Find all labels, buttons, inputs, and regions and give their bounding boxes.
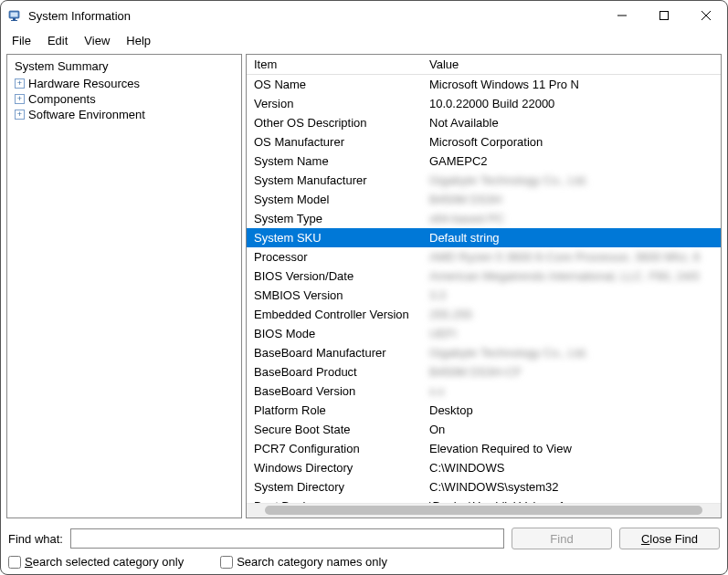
table-row[interactable]: System DirectoryC:\WINDOWS\system32 bbox=[247, 477, 721, 497]
table-row[interactable]: OS NameMicrosoft Windows 11 Pro N bbox=[247, 75, 721, 94]
table-row[interactable]: BaseBoard ProductB450M DS3H-CF bbox=[247, 362, 721, 382]
table-row[interactable]: SMBIOS Version3.3 bbox=[247, 286, 721, 305]
menu-help[interactable]: Help bbox=[119, 32, 158, 49]
table-row[interactable]: BaseBoard Versionx.x bbox=[247, 382, 721, 401]
row-item: BIOS Version/Date bbox=[247, 267, 422, 286]
column-header-item[interactable]: Item bbox=[247, 55, 422, 74]
detail-panel: Item Value OS NameMicrosoft Windows 11 P… bbox=[246, 54, 722, 518]
row-value: Microsoft Windows 11 Pro N bbox=[422, 75, 721, 94]
row-item: System Directory bbox=[247, 477, 422, 497]
table-row[interactable]: OS ManufacturerMicrosoft Corporation bbox=[247, 132, 721, 152]
search-selected-category-checkbox[interactable]: Search selected category only bbox=[8, 555, 184, 569]
row-value: American Megatrends International, LLC. … bbox=[422, 267, 721, 286]
menu-file[interactable]: File bbox=[5, 32, 38, 49]
table-row[interactable]: Version10.0.22000 Build 22000 bbox=[247, 94, 721, 113]
row-item: Version bbox=[247, 94, 422, 113]
row-value: x.x bbox=[422, 382, 721, 401]
table-row[interactable]: PCR7 ConfigurationElevation Required to … bbox=[247, 439, 721, 458]
row-item: PCR7 Configuration bbox=[247, 439, 422, 458]
table-row[interactable]: Platform RoleDesktop bbox=[247, 401, 721, 420]
tree-node[interactable]: +Components bbox=[15, 91, 236, 107]
content-area: System Summary +Hardware Resources+Compo… bbox=[1, 50, 727, 522]
table-row[interactable]: BaseBoard ManufacturerGigabyte Technolog… bbox=[247, 343, 721, 362]
close-button[interactable] bbox=[685, 1, 727, 30]
row-item: SMBIOS Version bbox=[247, 286, 422, 305]
maximize-button[interactable] bbox=[643, 1, 685, 30]
row-item: Windows Directory bbox=[247, 458, 422, 477]
category-tree[interactable]: System Summary +Hardware Resources+Compo… bbox=[7, 55, 241, 126]
find-bar: Find what: Find Close Find Search select… bbox=[1, 522, 727, 574]
menu-edit[interactable]: Edit bbox=[40, 32, 75, 49]
row-item: System Model bbox=[247, 190, 422, 209]
row-item: OS Name bbox=[247, 75, 422, 94]
table-row[interactable]: BIOS ModeUEFI bbox=[247, 324, 721, 343]
menubar: File Edit View Help bbox=[1, 30, 727, 50]
detail-header: Item Value bbox=[247, 55, 721, 75]
titlebar: System Information bbox=[1, 1, 727, 30]
row-item: BaseBoard Product bbox=[247, 362, 422, 382]
plus-icon[interactable]: + bbox=[15, 110, 25, 120]
search-category-names-input[interactable] bbox=[220, 556, 233, 569]
table-row[interactable]: ProcessorAMD Ryzen 5 3600 6-Core Process… bbox=[247, 247, 721, 267]
tree-node-label: Components bbox=[28, 92, 96, 106]
row-value: B450M DS3H bbox=[422, 190, 721, 209]
table-row[interactable]: Boot Device\Device\HarddiskVolume1 bbox=[247, 497, 721, 503]
tree-node[interactable]: +Hardware Resources bbox=[15, 76, 236, 91]
row-value: C:\WINDOWS bbox=[422, 458, 721, 477]
menu-view[interactable]: View bbox=[77, 32, 117, 49]
svg-rect-5 bbox=[660, 12, 669, 20]
tree-node[interactable]: +Software Environment bbox=[15, 107, 236, 122]
row-item: Processor bbox=[247, 247, 422, 267]
detail-list[interactable]: Item Value OS NameMicrosoft Windows 11 P… bbox=[247, 55, 721, 503]
row-value: B450M DS3H-CF bbox=[422, 362, 721, 382]
row-value: On bbox=[422, 420, 721, 439]
minimize-button[interactable] bbox=[601, 1, 643, 30]
row-item: System Manufacturer bbox=[247, 171, 422, 190]
row-value: Elevation Required to View bbox=[422, 439, 721, 458]
row-item: Other OS Description bbox=[247, 113, 422, 132]
app-icon bbox=[8, 8, 23, 23]
table-row[interactable]: Secure Boot StateOn bbox=[247, 420, 721, 439]
plus-icon[interactable]: + bbox=[15, 94, 25, 104]
search-category-names-checkbox[interactable]: Search category names only bbox=[220, 555, 387, 569]
window-title: System Information bbox=[28, 9, 131, 23]
table-row[interactable]: System SKUDefault string bbox=[247, 228, 721, 247]
svg-rect-1 bbox=[11, 13, 18, 17]
svg-rect-3 bbox=[11, 20, 17, 21]
table-row[interactable]: System NameGAMEPC2 bbox=[247, 152, 721, 171]
horizontal-scrollbar[interactable] bbox=[247, 503, 721, 518]
row-value: C:\WINDOWS\system32 bbox=[422, 477, 721, 497]
table-row[interactable]: Embedded Controller Version255.255 bbox=[247, 305, 721, 324]
table-row[interactable]: System ModelB450M DS3H bbox=[247, 190, 721, 209]
row-item: System Type bbox=[247, 209, 422, 228]
table-row[interactable]: System Typex64-based PC bbox=[247, 209, 721, 228]
row-value: x64-based PC bbox=[422, 209, 721, 228]
tree-node-label: Hardware Resources bbox=[28, 77, 140, 90]
svg-rect-2 bbox=[13, 18, 16, 20]
row-value: \Device\HarddiskVolume1 bbox=[422, 497, 721, 503]
row-value: Desktop bbox=[422, 401, 721, 420]
table-row[interactable]: Windows DirectoryC:\WINDOWS bbox=[247, 458, 721, 477]
row-value: Gigabyte Technology Co., Ltd. bbox=[422, 171, 721, 190]
column-header-value[interactable]: Value bbox=[422, 55, 721, 74]
row-value: Gigabyte Technology Co., Ltd. bbox=[422, 343, 721, 362]
plus-icon[interactable]: + bbox=[15, 78, 25, 89]
row-value: AMD Ryzen 5 3600 6-Core Processor, 3600 … bbox=[422, 247, 721, 267]
find-button[interactable]: Find bbox=[512, 528, 612, 549]
category-tree-panel: System Summary +Hardware Resources+Compo… bbox=[6, 54, 242, 518]
row-value: GAMEPC2 bbox=[422, 152, 721, 171]
row-item: System Name bbox=[247, 152, 422, 171]
find-input[interactable] bbox=[70, 528, 504, 549]
row-value: Not Available bbox=[422, 113, 721, 132]
find-label: Find what: bbox=[8, 532, 63, 546]
table-row[interactable]: Other OS DescriptionNot Available bbox=[247, 113, 721, 132]
row-item: BaseBoard Manufacturer bbox=[247, 343, 422, 362]
window-controls bbox=[601, 1, 727, 30]
row-item: Platform Role bbox=[247, 401, 422, 420]
row-item: BaseBoard Version bbox=[247, 382, 422, 401]
table-row[interactable]: System ManufacturerGigabyte Technology C… bbox=[247, 171, 721, 190]
close-find-button[interactable]: Close Find bbox=[619, 528, 720, 549]
tree-root-system-summary[interactable]: System Summary bbox=[13, 58, 236, 74]
table-row[interactable]: BIOS Version/DateAmerican Megatrends Int… bbox=[247, 267, 721, 286]
search-selected-category-input[interactable] bbox=[8, 556, 21, 569]
